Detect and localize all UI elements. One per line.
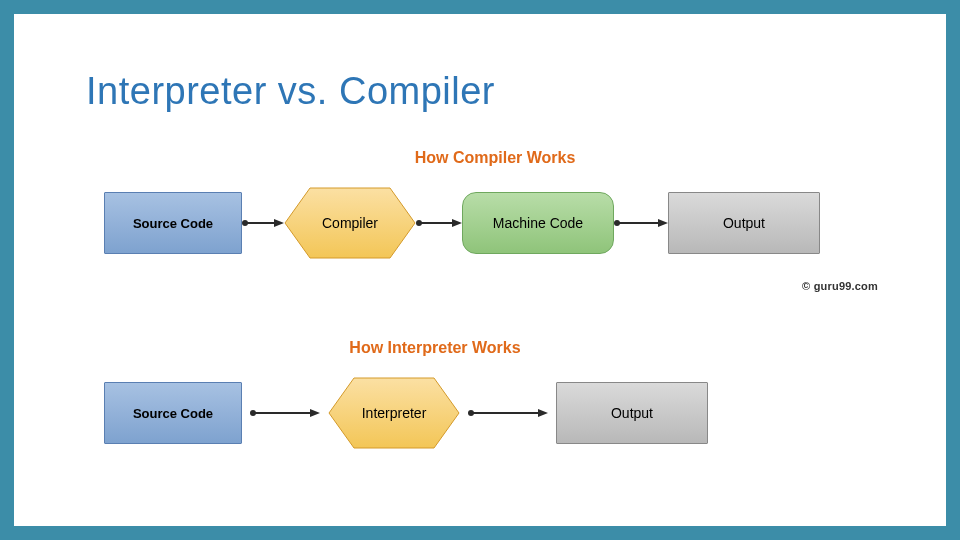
box-source-code: Source Code — [104, 382, 242, 444]
box-output: Output — [668, 192, 820, 254]
box-interpreter: Interpreter — [328, 377, 460, 449]
compiler-diagram: How Compiler Works Source Code Compiler … — [104, 149, 886, 259]
box-machine-code: Machine Code — [462, 192, 614, 254]
arrow-icon — [614, 218, 668, 228]
svg-point-5 — [416, 220, 422, 226]
box-output: Output — [556, 382, 708, 444]
page-title: Interpreter vs. Compiler — [86, 70, 495, 113]
interpreter-label: Interpreter — [362, 405, 427, 421]
arrow-icon — [250, 408, 320, 418]
svg-point-1 — [242, 220, 248, 226]
arrow-icon — [242, 218, 284, 228]
interpreter-flow: Source Code Interpreter Output — [104, 377, 886, 449]
svg-marker-2 — [274, 219, 284, 227]
svg-point-11 — [250, 410, 256, 416]
svg-point-8 — [614, 220, 620, 226]
svg-marker-16 — [538, 409, 548, 417]
svg-marker-6 — [452, 219, 462, 227]
interpreter-heading: How Interpreter Works — [0, 339, 886, 357]
attribution-text: © guru99.com — [802, 280, 878, 292]
svg-point-15 — [468, 410, 474, 416]
compiler-flow: Source Code Compiler Machine Code Output — [104, 187, 886, 259]
compiler-heading: How Compiler Works — [104, 149, 886, 167]
compiler-label: Compiler — [322, 215, 378, 231]
arrow-icon — [416, 218, 462, 228]
slide-frame: Interpreter vs. Compiler How Compiler Wo… — [0, 0, 960, 540]
svg-marker-12 — [310, 409, 320, 417]
svg-marker-9 — [658, 219, 668, 227]
arrow-icon — [468, 408, 548, 418]
box-source-code: Source Code — [104, 192, 242, 254]
box-compiler: Compiler — [284, 187, 416, 259]
interpreter-diagram: How Interpreter Works Source Code Interp… — [104, 339, 886, 449]
